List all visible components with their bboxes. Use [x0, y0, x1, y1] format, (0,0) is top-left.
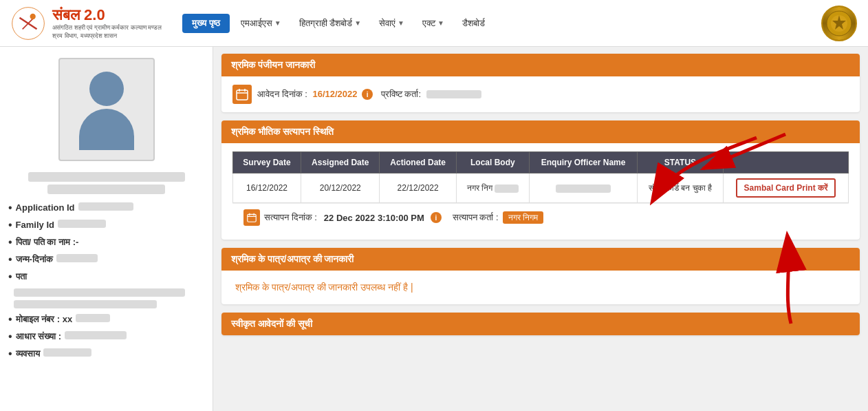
- mobile-value: [76, 314, 110, 322]
- registration-section-header: श्रमिक पंजीयन जानकारी: [221, 54, 860, 76]
- reg-date-info-icon[interactable]: i: [362, 89, 373, 100]
- survey-date-cell: 16/12/2022: [233, 173, 301, 203]
- status-cell: संबल कार्ड बन चुका है: [638, 173, 723, 203]
- nav-mis[interactable]: एमआईएस ▼: [234, 14, 288, 33]
- application-id-label: Application Id: [16, 202, 75, 213]
- family-id-label: Family Id: [16, 220, 54, 230]
- satyapan-karta-label: सत्यापन कर्ता :: [453, 212, 499, 223]
- eligibility-body: श्रमिक के पात्र/अपात्र की जानकारी उपलब्ध…: [221, 271, 860, 304]
- verification-table: Survey Date Assigned Date Actioned Date …: [232, 151, 849, 203]
- logo-icon: [11, 6, 45, 41]
- satyapan-karta-value: नगर निगम: [503, 211, 543, 224]
- logo-subtitle: असंगठित शहरी एवं ग्रामीण कर्मकार कल्याण …: [52, 24, 162, 40]
- father-name-label: पिता/ पति का नाम :-: [16, 237, 79, 248]
- eligibility-message: श्रमिक के पात्र/अपात्र की जानकारी उपलब्ध…: [235, 282, 846, 293]
- mobile-label: मोबाइल नंबर : xx: [16, 314, 73, 325]
- content-area: श्रमिक पंजीयन जानकारी आवेदन दिनांक : 16/…: [213, 47, 868, 411]
- verification-section: श्रमिक भौतिक सत्यापन स्थिति Survey Date …: [221, 120, 860, 240]
- registration-section: श्रमिक पंजीयन जानकारी आवेदन दिनांक : 16/…: [221, 54, 860, 112]
- col-status: STATUS: [638, 152, 723, 173]
- occupation-value: [43, 348, 91, 357]
- profile-photo: [58, 58, 155, 161]
- main-layout: Application Id Family Id पिता/ पति का ना…: [0, 47, 868, 411]
- profile-name-area: [8, 172, 204, 194]
- reg-date-value: 16/12/2022: [312, 89, 357, 99]
- logo-title: संबल 2.0: [52, 6, 162, 24]
- eligibility-section: श्रमिक के पात्र/अपात्र की जानकारी श्रमिक…: [221, 248, 860, 304]
- logo-area: संबल 2.0 असंगठित शहरी एवं ग्रामीण कर्मका…: [11, 6, 162, 41]
- main-nav: मुख्य पृष्ठ एमआईएस ▼ हितग्राही डैशबोर्ड …: [182, 14, 821, 33]
- calendar-icon: [232, 85, 252, 104]
- nav-right: [821, 6, 857, 41]
- satyapan-calendar-icon: [243, 209, 260, 226]
- verification-body: Survey Date Assigned Date Actioned Date …: [221, 143, 860, 240]
- nav-beneficiary[interactable]: हितग्राही डैशबोर्ड ▼: [292, 14, 369, 33]
- list-item-father-name: पिता/ पति का नाम :-: [8, 237, 204, 248]
- col-survey-date: Survey Date: [233, 152, 301, 173]
- list-item-mobile: मोबाइल नंबर : xx: [8, 314, 204, 325]
- state-emblem: [821, 6, 857, 41]
- nav-services[interactable]: सेवाएं ▼: [372, 14, 411, 33]
- main-page-button[interactable]: मुख्य पृष्ठ: [182, 14, 230, 33]
- col-local-body: Local Body: [456, 152, 529, 173]
- svg-rect-12: [248, 214, 256, 222]
- assigned-date-cell: 20/12/2022: [301, 173, 380, 203]
- registration-date-text: आवेदन दिनांक : 16/12/2022 i प्रविष्ट कर्…: [257, 89, 481, 101]
- officer-name-cell: [529, 173, 638, 203]
- application-id-value: [78, 202, 133, 211]
- col-assigned-date: Assigned Date: [301, 152, 380, 173]
- list-item-aadhar: आधार संख्या :: [8, 331, 204, 342]
- address-label: पता: [16, 271, 27, 282]
- list-item-dob: जन्म-दिनांक: [8, 254, 204, 265]
- sidebar-info-list-2: मोबाइल नंबर : xx आधार संख्या : व्यवसाय: [8, 314, 204, 359]
- aadhar-label: आधार संख्या :: [16, 331, 62, 342]
- svg-rect-8: [237, 90, 248, 100]
- list-item-family-id: Family Id: [8, 220, 204, 231]
- list-item-address: पता: [8, 271, 204, 282]
- local-body-cell: नगर निग: [456, 173, 529, 203]
- verification-section-header: श्रमिक भौतिक सत्यापन स्थिति: [221, 120, 860, 143]
- satyapan-info-icon[interactable]: i: [431, 212, 442, 223]
- family-id-value: [58, 220, 106, 228]
- sidebar-info-list: Application Id Family Id पिता/ पति का ना…: [8, 202, 204, 282]
- act-dropdown-icon: ▼: [437, 19, 444, 27]
- reg-date-label: आवेदन दिनांक :: [257, 89, 307, 99]
- services-dropdown-icon: ▼: [398, 19, 404, 27]
- nav-act[interactable]: एक्ट ▼: [415, 14, 451, 33]
- col-action: [723, 152, 848, 173]
- svg-point-4: [30, 13, 36, 19]
- verification-table-wrap: Survey Date Assigned Date Actioned Date …: [232, 151, 849, 203]
- dob-label: जन्म-दिनांक: [16, 254, 53, 265]
- entry-label: प्रविष्ट कर्ता:: [381, 89, 421, 99]
- satyapan-date-value: 22 Dec 2022 3:10:00 PM: [324, 213, 424, 223]
- aadhar-value: [65, 331, 127, 339]
- sidebar: Application Id Family Id पिता/ पति का ना…: [0, 47, 213, 411]
- registration-info: आवेदन दिनांक : 16/12/2022 i प्रविष्ट कर्…: [221, 76, 860, 112]
- dob-value: [56, 254, 98, 262]
- occupation-label: व्यवसाय: [16, 348, 40, 359]
- table-row: 16/12/2022 20/12/2022 22/12/2022 नगर निग: [233, 173, 849, 203]
- col-officer-name: Enquiry Officer Name: [529, 152, 638, 173]
- sambal-card-print-button[interactable]: Sambal Card Print करें: [736, 178, 836, 198]
- satyapan-date-label: सत्यापन दिनांक :: [264, 212, 317, 223]
- eligibility-section-header: श्रमिक के पात्र/अपात्र की जानकारी: [221, 248, 860, 271]
- header: संबल 2.0 असंगठित शहरी एवं ग्रामीण कर्मका…: [0, 0, 868, 47]
- list-item-occupation: व्यवसाय: [8, 348, 204, 359]
- actioned-date-cell: 22/12/2022: [380, 173, 456, 203]
- list-item-application-id: Application Id: [8, 202, 204, 213]
- col-actioned-date: Actioned Date: [380, 152, 456, 173]
- nav-dashboard[interactable]: डैशबोर्ड: [455, 14, 492, 33]
- accepted-section-header: स्वीकृत आवेदनों की सूची: [221, 313, 860, 335]
- action-cell: Sambal Card Print करें: [723, 173, 848, 203]
- logo-text-block: संबल 2.0 असंगठित शहरी एवं ग्रामीण कर्मका…: [52, 6, 162, 40]
- mis-dropdown-icon: ▼: [274, 19, 281, 27]
- entry-value: [426, 90, 481, 98]
- satyapan-row: सत्यापन दिनांक : 22 Dec 2022 3:10:00 PM …: [232, 203, 849, 231]
- beneficiary-dropdown-icon: ▼: [354, 19, 361, 27]
- accepted-section: स्वीकृत आवेदनों की सूची: [221, 313, 860, 335]
